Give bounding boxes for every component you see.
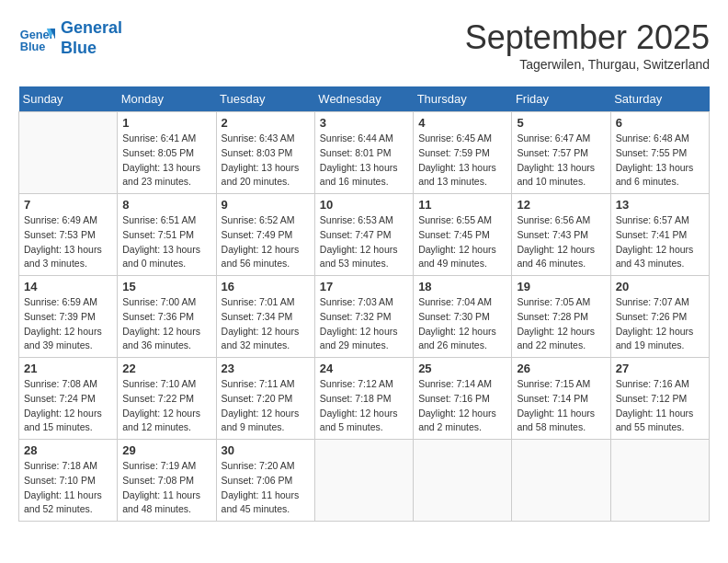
- calendar-cell: [414, 440, 512, 522]
- calendar-week-row: 1Sunrise: 6:41 AMSunset: 8:05 PMDaylight…: [19, 112, 710, 194]
- weekday-sunday: Sunday: [19, 86, 118, 112]
- calendar-title: September 2025: [465, 18, 710, 57]
- day-number: 23: [222, 362, 310, 375]
- weekday-wednesday: Wednesday: [314, 86, 413, 112]
- day-number: 29: [122, 443, 210, 457]
- calendar-cell: 25Sunrise: 7:14 AMSunset: 7:16 PMDayligh…: [414, 358, 512, 440]
- calendar-cell: [512, 440, 610, 522]
- day-number: 9: [222, 198, 310, 212]
- calendar-cell: 30Sunrise: 7:20 AMSunset: 7:06 PMDayligh…: [216, 440, 314, 522]
- weekday-monday: Monday: [118, 86, 216, 112]
- day-number: 19: [517, 280, 605, 293]
- day-number: 14: [24, 280, 112, 293]
- day-info: Sunrise: 6:49 AMSunset: 7:53 PMDaylight:…: [24, 213, 112, 271]
- page-header: General Blue General Blue September 2025…: [18, 18, 710, 72]
- logo-text: General Blue: [61, 18, 122, 58]
- day-number: 3: [320, 116, 408, 130]
- calendar-cell: [610, 440, 709, 522]
- calendar-week-row: 14Sunrise: 6:59 AMSunset: 7:39 PMDayligh…: [19, 276, 710, 358]
- weekday-tuesday: Tuesday: [216, 86, 314, 112]
- weekday-thursday: Thursday: [414, 86, 512, 112]
- calendar-cell: 4Sunrise: 6:45 AMSunset: 7:59 PMDaylight…: [414, 112, 512, 194]
- day-info: Sunrise: 7:20 AMSunset: 7:06 PMDaylight:…: [222, 459, 310, 517]
- calendar-cell: 12Sunrise: 6:56 AMSunset: 7:43 PMDayligh…: [512, 194, 610, 276]
- day-info: Sunrise: 7:19 AMSunset: 7:08 PMDaylight:…: [122, 459, 210, 517]
- day-info: Sunrise: 7:00 AMSunset: 7:36 PMDaylight:…: [122, 295, 210, 353]
- calendar-body: 1Sunrise: 6:41 AMSunset: 8:05 PMDaylight…: [19, 112, 710, 522]
- calendar-cell: 18Sunrise: 7:04 AMSunset: 7:30 PMDayligh…: [414, 276, 512, 358]
- day-number: 16: [222, 280, 310, 293]
- calendar-subtitle: Tagerwilen, Thurgau, Switzerland: [465, 57, 710, 72]
- day-number: 27: [616, 362, 704, 375]
- calendar-cell: 1Sunrise: 6:41 AMSunset: 8:05 PMDaylight…: [118, 112, 216, 194]
- day-number: 1: [122, 116, 210, 130]
- calendar-cell: 13Sunrise: 6:57 AMSunset: 7:41 PMDayligh…: [610, 194, 709, 276]
- calendar-cell: [314, 440, 413, 522]
- calendar-cell: 5Sunrise: 6:47 AMSunset: 7:57 PMDaylight…: [512, 112, 610, 194]
- day-info: Sunrise: 6:51 AMSunset: 7:51 PMDaylight:…: [122, 213, 210, 271]
- svg-text:Blue: Blue: [20, 39, 46, 52]
- day-info: Sunrise: 7:14 AMSunset: 7:16 PMDaylight:…: [418, 377, 506, 435]
- day-number: 21: [24, 362, 112, 375]
- weekday-friday: Friday: [512, 86, 610, 112]
- calendar-cell: [19, 112, 118, 194]
- day-info: Sunrise: 6:41 AMSunset: 8:05 PMDaylight:…: [122, 132, 210, 190]
- logo-line1: General: [61, 18, 122, 37]
- day-number: 25: [418, 362, 506, 375]
- day-info: Sunrise: 7:04 AMSunset: 7:30 PMDaylight:…: [418, 295, 506, 353]
- calendar-cell: 16Sunrise: 7:01 AMSunset: 7:34 PMDayligh…: [216, 276, 314, 358]
- day-info: Sunrise: 7:10 AMSunset: 7:22 PMDaylight:…: [122, 377, 210, 435]
- day-info: Sunrise: 7:18 AMSunset: 7:10 PMDaylight:…: [24, 459, 112, 517]
- day-number: 17: [320, 280, 408, 293]
- day-number: 4: [418, 116, 506, 130]
- calendar-cell: 7Sunrise: 6:49 AMSunset: 7:53 PMDaylight…: [19, 194, 118, 276]
- logo-icon: General Blue: [18, 20, 55, 57]
- day-info: Sunrise: 6:55 AMSunset: 7:45 PMDaylight:…: [418, 213, 506, 271]
- calendar-cell: 10Sunrise: 6:53 AMSunset: 7:47 PMDayligh…: [314, 194, 413, 276]
- day-number: 26: [517, 362, 605, 375]
- calendar-cell: 17Sunrise: 7:03 AMSunset: 7:32 PMDayligh…: [314, 276, 413, 358]
- day-number: 11: [418, 198, 506, 212]
- day-number: 12: [517, 198, 605, 212]
- calendar-cell: 23Sunrise: 7:11 AMSunset: 7:20 PMDayligh…: [216, 358, 314, 440]
- day-info: Sunrise: 6:47 AMSunset: 7:57 PMDaylight:…: [517, 132, 605, 190]
- calendar-cell: 6Sunrise: 6:48 AMSunset: 7:55 PMDaylight…: [610, 112, 709, 194]
- title-block: September 2025 Tagerwilen, Thurgau, Swit…: [465, 18, 710, 72]
- day-info: Sunrise: 7:08 AMSunset: 7:24 PMDaylight:…: [24, 377, 112, 435]
- calendar-cell: 20Sunrise: 7:07 AMSunset: 7:26 PMDayligh…: [610, 276, 709, 358]
- day-number: 5: [517, 116, 605, 130]
- day-info: Sunrise: 7:15 AMSunset: 7:14 PMDaylight:…: [517, 377, 605, 435]
- calendar-cell: 9Sunrise: 6:52 AMSunset: 7:49 PMDaylight…: [216, 194, 314, 276]
- day-number: 30: [222, 443, 310, 457]
- calendar-cell: 15Sunrise: 7:00 AMSunset: 7:36 PMDayligh…: [118, 276, 216, 358]
- day-number: 22: [122, 362, 210, 375]
- calendar-cell: 8Sunrise: 6:51 AMSunset: 7:51 PMDaylight…: [118, 194, 216, 276]
- day-number: 7: [24, 198, 112, 212]
- day-info: Sunrise: 6:53 AMSunset: 7:47 PMDaylight:…: [320, 213, 408, 271]
- logo-line2: Blue: [61, 39, 97, 57]
- calendar-table: Sunday Monday Tuesday Wednesday Thursday…: [18, 86, 710, 522]
- day-info: Sunrise: 6:43 AMSunset: 8:03 PMDaylight:…: [222, 132, 310, 190]
- day-number: 24: [320, 362, 408, 375]
- day-number: 20: [616, 280, 704, 293]
- day-number: 6: [616, 116, 704, 130]
- day-number: 10: [320, 198, 408, 212]
- weekday-saturday: Saturday: [610, 86, 709, 112]
- day-info: Sunrise: 7:16 AMSunset: 7:12 PMDaylight:…: [616, 377, 704, 435]
- weekday-header-row: Sunday Monday Tuesday Wednesday Thursday…: [19, 86, 710, 112]
- day-number: 18: [418, 280, 506, 293]
- calendar-cell: 3Sunrise: 6:44 AMSunset: 8:01 PMDaylight…: [314, 112, 413, 194]
- day-number: 8: [122, 198, 210, 212]
- calendar-cell: 27Sunrise: 7:16 AMSunset: 7:12 PMDayligh…: [610, 358, 709, 440]
- day-info: Sunrise: 6:52 AMSunset: 7:49 PMDaylight:…: [222, 213, 310, 271]
- calendar-header: Sunday Monday Tuesday Wednesday Thursday…: [19, 86, 710, 112]
- calendar-cell: 24Sunrise: 7:12 AMSunset: 7:18 PMDayligh…: [314, 358, 413, 440]
- calendar-week-row: 28Sunrise: 7:18 AMSunset: 7:10 PMDayligh…: [19, 440, 710, 522]
- day-info: Sunrise: 6:59 AMSunset: 7:39 PMDaylight:…: [24, 295, 112, 353]
- calendar-cell: 19Sunrise: 7:05 AMSunset: 7:28 PMDayligh…: [512, 276, 610, 358]
- day-info: Sunrise: 7:12 AMSunset: 7:18 PMDaylight:…: [320, 377, 408, 435]
- day-info: Sunrise: 7:03 AMSunset: 7:32 PMDaylight:…: [320, 295, 408, 353]
- logo: General Blue General Blue: [18, 18, 122, 58]
- calendar-week-row: 21Sunrise: 7:08 AMSunset: 7:24 PMDayligh…: [19, 358, 710, 440]
- calendar-cell: 2Sunrise: 6:43 AMSunset: 8:03 PMDaylight…: [216, 112, 314, 194]
